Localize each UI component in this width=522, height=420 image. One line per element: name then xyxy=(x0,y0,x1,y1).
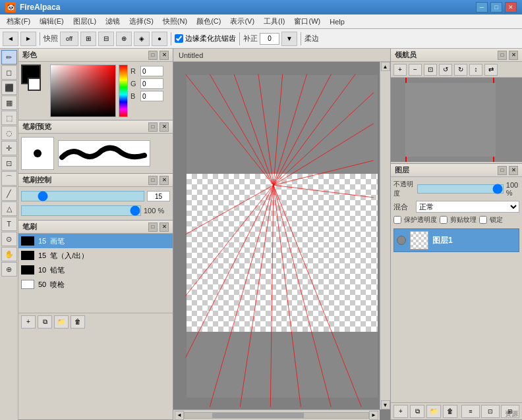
h-scroll-left[interactable]: ◄ xyxy=(175,411,184,420)
opacity-slider[interactable] xyxy=(417,184,504,194)
size-value[interactable] xyxy=(147,191,170,201)
brush-list-float[interactable]: □ xyxy=(148,223,158,232)
color-panel-close[interactable]: ✕ xyxy=(160,51,169,60)
h-scroll-right[interactable]: ► xyxy=(369,411,378,420)
blend-select[interactable]: 正常 xyxy=(416,201,519,213)
tool-hand[interactable]: ✋ xyxy=(1,247,17,261)
toolbar-circle-btn[interactable]: ● xyxy=(152,32,167,46)
toolbar-sym-btn[interactable]: ⊕ xyxy=(116,32,132,46)
hue-bar[interactable] xyxy=(119,65,128,117)
opacity-slider[interactable] xyxy=(21,205,141,216)
tool-move[interactable]: ✛ xyxy=(1,141,17,155)
nav-flip[interactable]: ⇄ xyxy=(484,64,498,76)
toolbar-back-btn[interactable]: ◄ xyxy=(3,32,18,46)
background-color[interactable] xyxy=(28,78,41,91)
layer-action-btn-1[interactable]: ≡ xyxy=(461,405,480,418)
menu-view[interactable]: 表示(V) xyxy=(226,15,258,28)
tool-eraser[interactable]: ◻ xyxy=(1,65,17,80)
clip-texture-check[interactable] xyxy=(440,216,448,224)
clip-label: 剪贴纹理 xyxy=(450,215,477,224)
brush-item-0[interactable]: 15 画笔 xyxy=(18,234,173,248)
maximize-button[interactable]: □ xyxy=(490,2,502,13)
brush-folder-btn[interactable]: 📁 xyxy=(54,315,69,328)
nav-zoom-out[interactable]: − xyxy=(409,64,422,76)
nav-zoom-in[interactable]: + xyxy=(393,64,407,76)
toolbar-grid2-btn[interactable]: ⊟ xyxy=(98,32,114,46)
brush-list-close[interactable]: ✕ xyxy=(160,223,169,232)
nav-fit[interactable]: ⊡ xyxy=(424,64,437,76)
size-slider[interactable] xyxy=(21,191,144,201)
brush-item-1[interactable]: 15 笔（入/出） xyxy=(18,248,173,263)
r-input[interactable] xyxy=(140,66,163,76)
brush-delete-btn[interactable]: 🗑 xyxy=(71,315,85,328)
toolbar-persp-btn[interactable]: ◈ xyxy=(134,32,150,46)
close-button[interactable]: ✕ xyxy=(505,2,517,13)
brush-item-2[interactable]: 10 铅笔 xyxy=(18,263,173,277)
menu-file[interactable]: 档案(F) xyxy=(3,15,34,28)
color-gradient[interactable] xyxy=(50,65,116,117)
h-scroll-thumb[interactable] xyxy=(212,413,304,418)
v-scroll-up[interactable]: ▲ xyxy=(381,62,390,71)
layer-item-0[interactable]: 图层1 xyxy=(393,228,519,252)
menu-snapshot[interactable]: 快照(N) xyxy=(159,15,191,28)
layers-float[interactable]: □ xyxy=(498,166,507,175)
brush-copy-btn[interactable]: ⧉ xyxy=(38,315,52,328)
layer-add-btn[interactable]: + xyxy=(393,405,408,418)
layer-action-btn-2[interactable]: ⊡ xyxy=(481,405,500,418)
nav-rotate-left[interactable]: ↺ xyxy=(439,64,452,76)
nav-rotate-right[interactable]: ↻ xyxy=(454,64,467,76)
menu-filter[interactable]: 滤镜 xyxy=(102,15,124,28)
menu-layer[interactable]: 图层(L) xyxy=(69,15,100,28)
brush-control-close[interactable]: ✕ xyxy=(160,176,169,185)
v-scroll-down[interactable]: ▼ xyxy=(381,400,390,409)
navigator-preview[interactable] xyxy=(391,78,522,162)
layer-copy-btn[interactable]: ⧉ xyxy=(410,405,424,418)
brush-swatch-0 xyxy=(21,236,34,246)
tool-curve[interactable]: ⌒ xyxy=(1,171,17,186)
menu-help[interactable]: Help xyxy=(326,16,349,27)
antialias-check[interactable]: 边缘柔化抗锯齿 xyxy=(175,34,236,43)
layer-folder-btn[interactable]: 📁 xyxy=(426,405,441,418)
tool-transform[interactable]: ⊡ xyxy=(1,156,17,171)
toolbar-grid-btn[interactable]: ⊞ xyxy=(80,32,96,46)
tool-select-lasso[interactable]: ◌ xyxy=(1,126,17,140)
tool-zoom[interactable]: ⊕ xyxy=(1,262,17,276)
lock-check[interactable] xyxy=(479,216,487,224)
menu-tool[interactable]: 工具(I) xyxy=(260,15,289,28)
menu-window[interactable]: 窗口(W) xyxy=(290,15,324,28)
tool-pencil[interactable]: ✏ xyxy=(1,50,17,65)
protect-transparency-check[interactable] xyxy=(393,216,401,224)
navigator-close[interactable]: ✕ xyxy=(509,51,518,60)
h-scrollbar[interactable]: ◄ ► xyxy=(173,409,380,420)
brush-preview-float[interactable]: □ xyxy=(148,122,158,132)
menu-edit[interactable]: 编辑(E) xyxy=(36,15,68,28)
layer-delete-btn[interactable]: 🗑 xyxy=(443,405,457,418)
menu-color[interactable]: 颜色(C) xyxy=(192,15,225,28)
tool-figure[interactable]: △ xyxy=(1,201,17,216)
brush-control-float[interactable]: □ xyxy=(148,176,158,185)
layers-close[interactable]: ✕ xyxy=(509,166,518,175)
menu-select[interactable]: 选择(S) xyxy=(125,15,158,28)
tool-fill[interactable]: ⬛ xyxy=(1,80,17,95)
correct-down-btn[interactable]: ▼ xyxy=(281,32,297,46)
tool-gradient[interactable]: ▦ xyxy=(1,95,17,110)
navigator-float[interactable]: □ xyxy=(498,51,507,60)
color-panel-float[interactable]: □ xyxy=(148,51,158,60)
brush-item-3[interactable]: 50 喷枪 xyxy=(18,277,173,292)
brush-add-btn[interactable]: + xyxy=(21,315,36,328)
snapshot-off-btn[interactable]: off xyxy=(60,32,78,46)
nav-reset[interactable]: ↕ xyxy=(469,64,482,76)
toolbar-forward-btn[interactable]: ► xyxy=(20,32,36,46)
g-input[interactable] xyxy=(140,78,163,89)
tool-text[interactable]: T xyxy=(1,217,17,231)
tool-line[interactable]: ╱ xyxy=(1,186,17,201)
b-input[interactable] xyxy=(140,91,163,101)
minimize-button[interactable]: ─ xyxy=(476,2,488,13)
tool-select-rect[interactable]: ⬚ xyxy=(1,111,17,125)
layer-visibility-0[interactable] xyxy=(397,236,406,245)
brush-preview-close[interactable]: ✕ xyxy=(160,122,169,132)
tool-eyedropper[interactable]: ⊙ xyxy=(1,232,17,246)
v-scrollbar[interactable]: ▲ ▼ xyxy=(380,62,390,409)
canvas-container[interactable]: ▲ ▼ ◄ ► xyxy=(173,62,390,420)
correct-input[interactable] xyxy=(260,33,279,45)
